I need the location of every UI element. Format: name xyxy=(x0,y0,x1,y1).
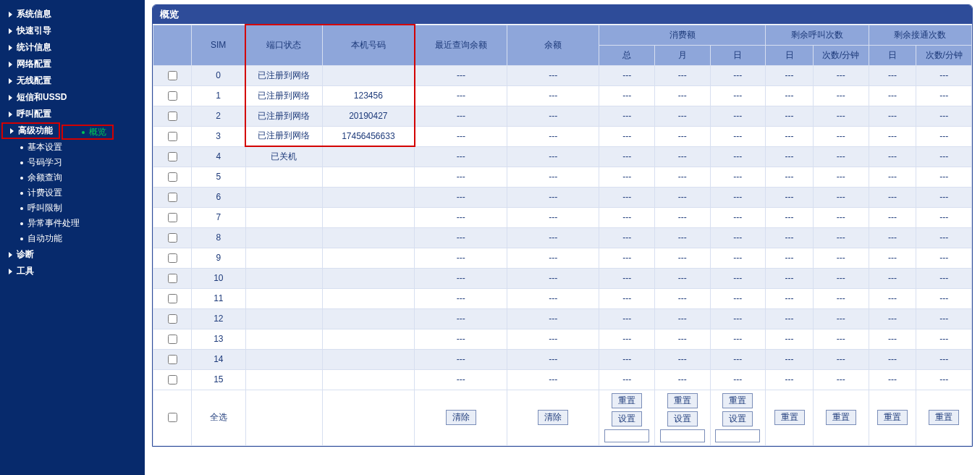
row-checkbox[interactable] xyxy=(168,294,177,303)
cell-port-status xyxy=(245,227,322,248)
sidebar-main-item[interactable]: 系统信息 xyxy=(0,6,145,22)
cell-placeholder: --- xyxy=(710,268,766,288)
cell-placeholder: --- xyxy=(813,207,869,227)
cell-local-number xyxy=(322,207,415,227)
cell-local-number xyxy=(322,146,415,167)
set-button-total[interactable]: 设置 xyxy=(612,411,642,426)
reset-button-month[interactable]: 重置 xyxy=(667,393,698,408)
cell-placeholder: --- xyxy=(916,207,972,227)
cell-placeholder: --- xyxy=(599,369,655,390)
cell-placeholder: --- xyxy=(415,106,507,126)
cell-port-status xyxy=(245,207,322,227)
row-checkbox[interactable] xyxy=(168,152,177,161)
nav-sub-label: 自动功能 xyxy=(28,232,62,245)
sidebar-main-item[interactable]: 快速引导 xyxy=(0,22,145,39)
col-tpm-2: 次数/分钟 xyxy=(916,45,972,65)
sidebar-main-item[interactable]: 呼叫配置 xyxy=(0,106,145,122)
reset-button-total[interactable]: 重置 xyxy=(612,393,642,408)
cell-placeholder: --- xyxy=(507,85,599,106)
row-checkbox[interactable] xyxy=(168,213,177,222)
input-day1[interactable] xyxy=(715,429,760,442)
cell-placeholder: --- xyxy=(655,85,711,106)
row-checkbox[interactable] xyxy=(168,314,177,324)
sidebar-sub-item[interactable]: 呼叫限制 xyxy=(0,201,145,216)
cell-placeholder: --- xyxy=(869,126,916,146)
sidebar-sub-item[interactable]: 异常事件处理 xyxy=(0,216,145,231)
clear-button-1[interactable]: 清除 xyxy=(446,410,476,425)
cell-placeholder: --- xyxy=(869,227,916,248)
sidebar-main-item[interactable]: 短信和USSD xyxy=(0,89,145,106)
sidebar-sub-item[interactable]: 自动功能 xyxy=(0,231,145,246)
sidebar-main-item[interactable]: 网络配置 xyxy=(0,56,145,72)
cell-placeholder: --- xyxy=(599,207,655,227)
cell-placeholder: --- xyxy=(766,369,814,390)
nav-bullet-icon xyxy=(10,128,14,134)
row-checkbox[interactable] xyxy=(168,91,177,101)
cell-placeholder: --- xyxy=(599,227,655,248)
cell-port-status xyxy=(245,329,322,349)
table-row: 4已关机--------------------------- xyxy=(153,146,972,167)
table-row: 14--------------------------- xyxy=(153,349,972,369)
row-checkbox[interactable] xyxy=(168,375,177,384)
cell-local-number xyxy=(322,349,415,369)
row-checkbox[interactable] xyxy=(168,132,177,141)
row-checkbox[interactable] xyxy=(168,172,177,182)
sidebar-main-item[interactable]: 工具 xyxy=(0,263,145,279)
reset-button-calls-day[interactable]: 重置 xyxy=(774,410,805,425)
cell-local-number xyxy=(322,248,415,268)
sidebar-sub-item[interactable]: 号码学习 xyxy=(0,155,145,170)
row-checkbox[interactable] xyxy=(168,355,177,364)
cell-placeholder: --- xyxy=(916,227,972,248)
cell-placeholder: --- xyxy=(710,187,766,207)
sidebar-main-item[interactable]: 诊断 xyxy=(0,246,145,263)
cell-local-number xyxy=(322,288,415,308)
input-month[interactable] xyxy=(660,429,705,442)
input-total[interactable] xyxy=(604,429,649,442)
cell-sim: 2 xyxy=(192,106,245,126)
nav-sub-label: 概览 xyxy=(89,126,106,138)
cell-placeholder: --- xyxy=(869,65,916,85)
sidebar-sub-item[interactable]: 概览 xyxy=(62,125,114,140)
main-content: 概览 xyxy=(145,0,980,475)
row-checkbox[interactable] xyxy=(168,335,177,344)
select-all-link[interactable]: 全选 xyxy=(210,412,227,422)
sidebar-main-item[interactable]: 统计信息 xyxy=(0,39,145,56)
cell-placeholder: --- xyxy=(766,167,814,187)
cell-port-status xyxy=(245,369,322,390)
sidebar-sub-item[interactable]: 余额查询 xyxy=(0,170,145,185)
col-remaining-connects: 剩余接通次数 xyxy=(869,25,972,45)
cell-sim: 6 xyxy=(192,187,245,207)
panel-title: 概览 xyxy=(153,5,972,24)
select-all-checkbox[interactable] xyxy=(168,413,177,422)
sidebar-sub-item[interactable]: 基本设置 xyxy=(0,140,145,155)
sidebar-main-item[interactable]: 高级功能 xyxy=(1,122,60,139)
reset-button-calls-tpm[interactable]: 重置 xyxy=(826,410,856,425)
row-checkbox[interactable] xyxy=(168,193,177,202)
table-row: 2已注册到网络20190427-------------------------… xyxy=(153,106,972,126)
cell-placeholder: --- xyxy=(869,288,916,308)
nav-bullet-icon xyxy=(9,112,12,117)
reset-button-conn-tpm[interactable]: 重置 xyxy=(929,410,959,425)
nav-main-label: 网络配置 xyxy=(17,58,51,70)
row-checkbox[interactable] xyxy=(168,253,177,263)
cell-placeholder: --- xyxy=(415,146,507,167)
cell-local-number xyxy=(322,65,415,85)
row-checkbox[interactable] xyxy=(168,71,177,80)
set-button-day1[interactable]: 设置 xyxy=(722,411,753,426)
table-row: 11--------------------------- xyxy=(153,288,972,308)
reset-button-day1[interactable]: 重置 xyxy=(722,393,753,408)
nav-sub-label: 基本设置 xyxy=(28,141,62,154)
reset-button-conn-day[interactable]: 重置 xyxy=(877,410,908,425)
nav-bullet-icon xyxy=(9,45,12,51)
sidebar-main-item[interactable]: 无线配置 xyxy=(0,72,145,89)
cell-placeholder: --- xyxy=(766,207,814,227)
row-checkbox[interactable] xyxy=(168,274,177,283)
sidebar-sub-item[interactable]: 计费设置 xyxy=(0,185,145,201)
cell-sim: 10 xyxy=(192,268,245,288)
row-checkbox[interactable] xyxy=(168,233,177,243)
set-button-month[interactable]: 设置 xyxy=(667,411,698,426)
cell-placeholder: --- xyxy=(655,126,711,146)
clear-button-2[interactable]: 清除 xyxy=(538,410,568,425)
cell-placeholder: --- xyxy=(710,126,766,146)
row-checkbox[interactable] xyxy=(168,112,177,121)
